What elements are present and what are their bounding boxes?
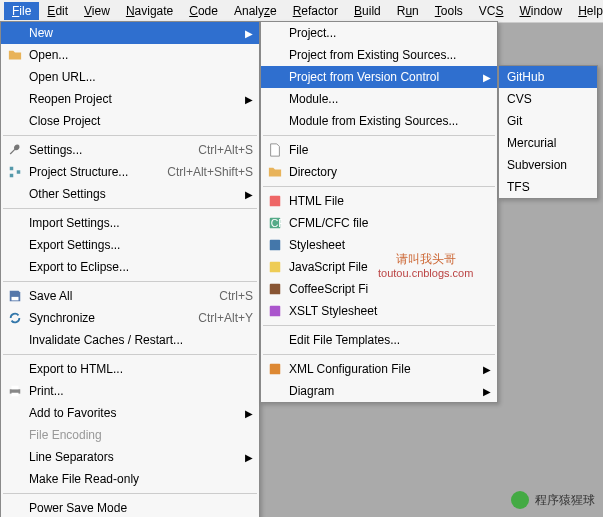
svg-rect-12 (270, 284, 281, 295)
menu-window[interactable]: Window (511, 2, 570, 20)
menu-item-edit-templates[interactable]: Edit File Templates... (261, 329, 497, 351)
cfml-icon: CF (265, 216, 285, 230)
svg-rect-1 (10, 174, 14, 178)
menu-item-new[interactable]: New▶ (1, 22, 259, 44)
menu-item-new-project[interactable]: Project... (261, 22, 497, 44)
menu-item-save-all[interactable]: Save AllCtrl+S (1, 285, 259, 307)
svg-rect-6 (12, 393, 19, 397)
menu-item-new-stylesheet[interactable]: Stylesheet (261, 234, 497, 256)
svg-rect-10 (270, 240, 281, 251)
menu-item-add-favorites[interactable]: Add to Favorites▶ (1, 402, 259, 424)
svg-rect-14 (270, 364, 281, 375)
menu-item-close-project[interactable]: Close Project (1, 110, 259, 132)
svg-rect-13 (270, 306, 281, 317)
menu-item-export-eclipse[interactable]: Export to Eclipse... (1, 256, 259, 278)
menu-run[interactable]: Run (389, 2, 427, 20)
menu-item-new-html[interactable]: HTML File (261, 190, 497, 212)
xslt-icon (265, 304, 285, 318)
menu-item-power-save[interactable]: Power Save Mode (1, 497, 259, 517)
menu-item-module-existing[interactable]: Module from Existing Sources... (261, 110, 497, 132)
menu-item-invalidate[interactable]: Invalidate Caches / Restart... (1, 329, 259, 351)
menu-item-import-settings[interactable]: Import Settings... (1, 212, 259, 234)
menu-item-open[interactable]: Open... (1, 44, 259, 66)
svg-rect-3 (12, 297, 19, 301)
menu-item-line-separators[interactable]: Line Separators▶ (1, 446, 259, 468)
menu-refactor[interactable]: Refactor (285, 2, 346, 20)
menu-item-subversion[interactable]: Subversion (499, 154, 597, 176)
menu-item-open-url[interactable]: Open URL... (1, 66, 259, 88)
menu-item-synchronize[interactable]: SynchronizeCtrl+Alt+Y (1, 307, 259, 329)
xml-icon (265, 362, 285, 376)
menu-item-export-html[interactable]: Export to HTML... (1, 358, 259, 380)
menu-item-project-vcs[interactable]: Project from Version Control▶ (261, 66, 497, 88)
menu-item-project-structure[interactable]: Project Structure...Ctrl+Alt+Shift+S (1, 161, 259, 183)
menu-item-tfs[interactable]: TFS (499, 176, 597, 198)
menu-file[interactable]: File (4, 2, 39, 20)
svg-rect-5 (12, 386, 19, 390)
svg-rect-7 (270, 196, 281, 207)
menu-item-cvs[interactable]: CVS (499, 88, 597, 110)
menu-item-file-encoding: File Encoding (1, 424, 259, 446)
menu-item-new-module[interactable]: Module... (261, 88, 497, 110)
svg-text:CF: CF (271, 217, 282, 229)
menu-item-new-directory[interactable]: Directory (261, 161, 497, 183)
footer: 程序猿猩球 (511, 491, 595, 509)
menu-view[interactable]: View (76, 2, 118, 20)
menu-edit[interactable]: Edit (39, 2, 76, 20)
save-icon (5, 289, 25, 303)
css-icon (265, 238, 285, 252)
menu-item-mercurial[interactable]: Mercurial (499, 132, 597, 154)
print-icon (5, 384, 25, 398)
menu-item-xml-config[interactable]: XML Configuration File▶ (261, 358, 497, 380)
menu-item-new-file[interactable]: File (261, 139, 497, 161)
wechat-icon (511, 491, 529, 509)
svg-rect-11 (270, 262, 281, 273)
folder-icon (265, 165, 285, 179)
file-icon (265, 143, 285, 157)
wrench-icon (5, 143, 25, 157)
menu-tools[interactable]: Tools (427, 2, 471, 20)
file-submenu: New▶ Open... Open URL... Reopen Project▶… (0, 21, 260, 517)
menu-item-git[interactable]: Git (499, 110, 597, 132)
menu-item-print[interactable]: Print... (1, 380, 259, 402)
menu-item-export-settings[interactable]: Export Settings... (1, 234, 259, 256)
menu-item-new-js[interactable]: JavaScript File (261, 256, 497, 278)
menu-build[interactable]: Build (346, 2, 389, 20)
html-icon (265, 194, 285, 208)
sync-icon (5, 311, 25, 325)
menu-item-reopen[interactable]: Reopen Project▶ (1, 88, 259, 110)
menu-item-github[interactable]: GitHub (499, 66, 597, 88)
vcs-submenu: GitHub CVS Git Mercurial Subversion TFS (498, 65, 598, 199)
menu-item-settings[interactable]: Settings...Ctrl+Alt+S (1, 139, 259, 161)
menu-code[interactable]: Code (181, 2, 226, 20)
folder-icon (5, 48, 25, 62)
menu-item-other-settings[interactable]: Other Settings▶ (1, 183, 259, 205)
coffee-icon (265, 282, 285, 296)
menu-item-readonly[interactable]: Make File Read-only (1, 468, 259, 490)
menu-item-new-coffee[interactable]: CoffeeScript Fi (261, 278, 497, 300)
menu-analyze[interactable]: Analyze (226, 2, 285, 20)
menu-item-new-xslt[interactable]: XSLT Stylesheet (261, 300, 497, 322)
menu-vcs[interactable]: VCS (471, 2, 512, 20)
menu-item-diagram[interactable]: Diagram▶ (261, 380, 497, 402)
menu-item-project-existing[interactable]: Project from Existing Sources... (261, 44, 497, 66)
menu-item-new-cfml[interactable]: CFCFML/CFC file (261, 212, 497, 234)
svg-rect-2 (17, 170, 21, 174)
js-icon (265, 260, 285, 274)
menu-help[interactable]: Help (570, 2, 603, 20)
new-submenu: Project... Project from Existing Sources… (260, 21, 498, 403)
menubar: File Edit View Navigate Code Analyze Ref… (0, 0, 603, 23)
structure-icon (5, 165, 25, 179)
menu-navigate[interactable]: Navigate (118, 2, 181, 20)
svg-rect-0 (10, 167, 14, 171)
